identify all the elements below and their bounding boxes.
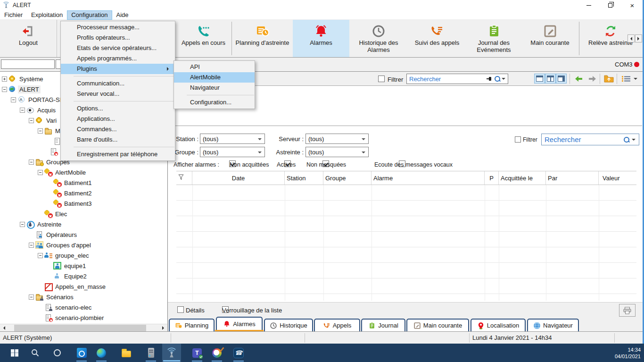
toolbar-journal[interactable]: Journal des Evénements (467, 20, 521, 57)
menu-fichier[interactable]: Fichier (0, 10, 27, 20)
collapse-icon[interactable] (20, 108, 25, 113)
tab-journal[interactable]: Journal (361, 319, 405, 331)
scroll-thumb[interactable] (14, 325, 146, 331)
collapse-icon[interactable] (38, 128, 43, 134)
col-acquittee[interactable]: Acquittée le (499, 171, 546, 185)
tab-localisation[interactable]: Localisation (471, 319, 526, 331)
forward-icon[interactable] (587, 76, 597, 84)
menu-options[interactable]: Options... (61, 103, 175, 114)
menu-configuration[interactable]: Configuration (67, 10, 112, 20)
search-icon[interactable] (494, 76, 501, 82)
taskbar-paint[interactable] (207, 344, 226, 362)
tab-planning[interactable]: Planning (169, 319, 215, 331)
tree-item-equipe1[interactable]: equipe1 (0, 261, 167, 271)
menu-exploitation[interactable]: Exploitation (27, 10, 67, 20)
tree-item-scenario-elec[interactable]: scenario-elec (0, 302, 167, 312)
tree-item-astreinte[interactable]: Astreinte (0, 219, 167, 229)
collapse-icon[interactable] (20, 222, 25, 227)
toolbar-scroll-right-icon[interactable] (635, 34, 642, 42)
taskbar-clock[interactable]: 14:34 04/01/2021 (615, 346, 641, 360)
layout-pane2-button[interactable] (545, 74, 556, 84)
tree-item-batiment2[interactable]: Batiment2 (0, 188, 167, 198)
toolbar-planning[interactable]: Planning d'astreinte (232, 20, 292, 57)
tree-item-alertmobile[interactable]: AlertMobile (0, 167, 167, 177)
alarm-filter-checkbox[interactable] (515, 136, 521, 143)
logout-button[interactable]: Logout (0, 20, 57, 57)
tree-item-scenario-plombier[interactable]: scenario-plombier (0, 312, 167, 323)
tree-item-groupes-appel[interactable]: Groupes d'appel (0, 240, 167, 250)
back-icon[interactable] (574, 76, 584, 84)
tab-navigateur[interactable]: Navigateur (527, 319, 579, 331)
toolbar-historique-alarmes[interactable]: Historique des Alarmes (350, 20, 407, 57)
toolbar-alarmes[interactable]: Alarmes (293, 20, 349, 57)
collapse-icon[interactable] (29, 118, 34, 123)
toolbar-main-courante[interactable]: Main courante (521, 20, 578, 57)
menu-serveur-vocal[interactable]: Serveur vocal... (61, 89, 175, 99)
tree-horizontal-scrollbar[interactable] (0, 324, 167, 331)
submenu-configuration[interactable]: Configuration... (174, 97, 255, 108)
tree-item-scenarios[interactable]: Scénarios (0, 292, 167, 302)
toolbar-scroll-left-icon[interactable] (627, 34, 635, 42)
menu-appels-programmes[interactable]: Appels programmés... (61, 53, 175, 64)
taskbar-edge[interactable] (92, 344, 111, 362)
details-checkbox[interactable] (177, 306, 184, 313)
submenu-api[interactable]: API (174, 62, 255, 72)
view-dropdown-icon[interactable] (634, 78, 637, 82)
menu-applications[interactable]: Applications... (61, 114, 175, 124)
tree-item-equipe2[interactable]: Equipe2 (0, 271, 167, 281)
tab-alarmes[interactable]: Alarmes (216, 317, 263, 330)
taskbar-outlook[interactable] (72, 344, 91, 362)
toolbar-appels-en-cours[interactable]: Appels en cours (175, 20, 231, 57)
taskbar-search[interactable] (25, 344, 44, 362)
layout-pane3-button[interactable] (556, 74, 567, 84)
collapse-icon[interactable] (2, 87, 7, 92)
menu-enregistrement-telephone[interactable]: Enregistrement par téléphone (61, 149, 175, 160)
menu-barre-outils[interactable]: Barre d'outils... (61, 135, 175, 145)
layout-pane1-button[interactable] (534, 74, 545, 84)
col-date[interactable]: Date (192, 171, 285, 185)
menu-aide[interactable]: Aide (112, 10, 133, 20)
menu-communication[interactable]: Communication... (61, 78, 175, 89)
expand-icon[interactable] (2, 76, 7, 82)
menu-profils-operateurs[interactable]: Profils opérateurs... (61, 33, 175, 43)
collapse-icon[interactable] (11, 97, 16, 102)
collapse-icon[interactable] (29, 295, 34, 300)
search-icon[interactable] (623, 136, 630, 143)
tree-item-appels-en-masse[interactable]: Appels_en_masse (0, 281, 167, 292)
taskbar-explorer[interactable] (117, 344, 136, 362)
restore-button[interactable] (600, 0, 620, 10)
print-button[interactable] (619, 304, 636, 317)
filter-funnel-icon[interactable] (176, 171, 192, 185)
tree-filter-input[interactable] (1, 59, 55, 69)
tree-item-batiment1[interactable]: Batiment1 (0, 177, 167, 188)
col-station[interactable]: Station (285, 171, 323, 185)
taskbar-alert-app[interactable] (162, 344, 181, 362)
folder-up-icon[interactable] (604, 75, 614, 84)
col-groupe[interactable]: Groupe (323, 171, 372, 185)
submenu-navigateur[interactable]: Navigateur (174, 83, 255, 93)
taskbar-phone-app[interactable]: ☎ (229, 344, 248, 362)
col-p[interactable]: P (485, 171, 499, 185)
menu-plugins[interactable]: Plugins (61, 64, 175, 74)
scroll-right-icon[interactable] (159, 324, 167, 331)
submenu-alertmobile[interactable]: AlertMobile (174, 72, 255, 83)
menu-etats-service[interactable]: Etats de service opérateurs... (61, 43, 175, 53)
collapse-icon[interactable] (29, 160, 34, 165)
taskbar-cortana[interactable] (48, 344, 66, 362)
collapse-icon[interactable] (38, 170, 43, 175)
search-dropdown-icon[interactable] (632, 139, 636, 143)
search-input[interactable] (406, 74, 508, 84)
astreinte-select[interactable]: (tous) (305, 147, 369, 157)
station-select[interactable]: (tous) (200, 134, 265, 144)
taskbar-server-app[interactable] (141, 344, 160, 362)
collapse-icon[interactable] (38, 253, 43, 258)
tree-item-groupe-elec[interactable]: groupe_elec (0, 250, 167, 261)
view-list-icon[interactable] (621, 76, 632, 84)
col-par[interactable]: Par (546, 171, 599, 185)
tree-item-batiment3[interactable]: Batiment3 (0, 198, 167, 209)
search-dropdown-icon[interactable] (502, 78, 505, 82)
tree-item-elec[interactable]: Elec (0, 209, 167, 219)
tab-historique[interactable]: Historique (264, 319, 313, 331)
filter-checkbox[interactable] (378, 76, 385, 82)
tab-appels[interactable]: Appels (314, 319, 360, 331)
